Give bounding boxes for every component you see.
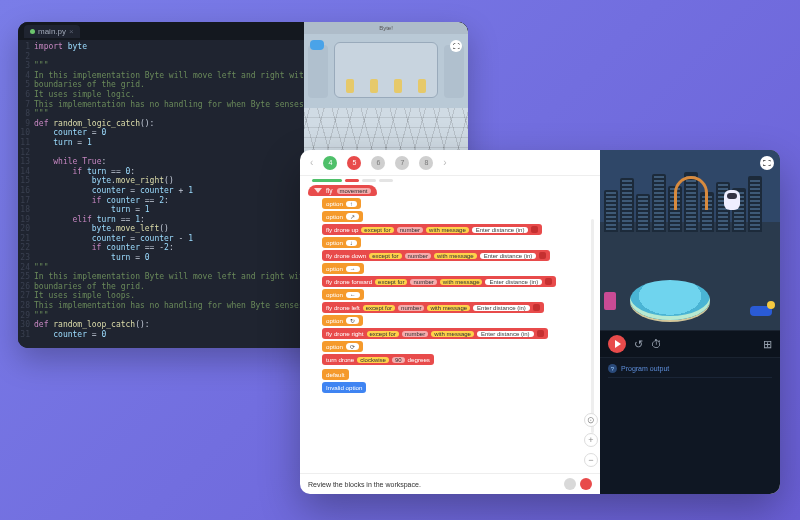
blocks-footer: Review the blocks in the workspace. [300,473,600,494]
code-block[interactable]: option↗ [322,211,363,222]
info-icon: ? [608,364,617,373]
code-block[interactable]: option↓ [322,237,361,248]
blocks-editor-card: ‹ 45678 › flymovementoption↑option↗fly d… [300,150,780,494]
hat-block[interactable]: flymovement [308,185,377,196]
play-button[interactable] [608,335,626,353]
code-block[interactable]: option⟳ [322,341,363,352]
code-block[interactable]: fly drone down except for number with me… [322,250,550,261]
grid-icon[interactable]: ⊞ [763,338,772,351]
close-icon[interactable]: × [69,27,74,36]
step-4[interactable]: 4 [323,156,337,170]
drone-character-icon [724,190,740,210]
footer-instruction: Review the blocks in the workspace. [308,481,421,488]
blocks-workspace[interactable]: flymovementoption↑option↗fly drone up ex… [300,179,600,473]
program-output-label: Program output [621,365,669,372]
footer-dot-grey[interactable] [564,478,576,490]
editor-tab-filename: main.py [38,27,66,36]
step-8[interactable]: 8 [419,156,433,170]
play-icon [615,340,621,348]
history-icon[interactable]: ⏱ [651,338,662,350]
zoom-center-icon[interactable]: ⊙ [584,413,598,427]
expand-icon[interactable]: ⛶ [760,156,774,170]
game-preview-scene [304,34,468,168]
line-number-gutter: 1234567891011121314151617181920212223242… [18,40,32,348]
step-next-icon[interactable]: › [443,157,446,168]
code-block[interactable]: option↻ [322,315,363,326]
run-controls: ↺ ⏱ ⊞ [600,330,780,358]
zoom-in-icon[interactable]: + [584,433,598,447]
step-indicators: 45678 [323,156,433,170]
tab-status-dot-icon [30,29,35,34]
game-scene: ⛶ [600,150,780,330]
step-navigation: ‹ 45678 › [300,150,600,176]
step-5[interactable]: 5 [347,156,361,170]
code-block[interactable]: fly drone forward except for number with… [322,276,556,287]
block-stack: flymovementoption↑option↗fly drone up ex… [308,185,592,393]
code-block[interactable]: default [322,369,349,380]
code-block[interactable]: fly drone left except for number with me… [322,302,544,313]
game-preview-header: Byte! [304,22,468,34]
workspace-zoom-controls: ⊙ + − [584,413,598,467]
editor-tab-main[interactable]: main.py × [24,25,80,38]
zoom-out-icon[interactable]: − [584,453,598,467]
step-6[interactable]: 6 [371,156,385,170]
footer-dot-red[interactable] [580,478,592,490]
step-7[interactable]: 7 [395,156,409,170]
program-output-panel: ? Program output [600,358,780,494]
code-block[interactable]: option↑ [322,198,361,209]
step-prev-icon[interactable]: ‹ [310,157,313,168]
code-block[interactable]: turn drone clockwise 90 degrees [322,354,434,365]
undo-icon[interactable]: ↺ [634,338,643,351]
blocks-left-pane: ‹ 45678 › flymovementoption↑option↗fly d… [300,150,600,494]
blocks-right-pane: ⛶ ↺ ⏱ ⊞ ? Program output [600,150,780,494]
code-block[interactable]: fly drone right except for number with m… [322,328,548,339]
editor-game-preview: Byte! ⛶ [304,22,468,168]
code-block[interactable]: option→ [322,263,364,274]
code-block[interactable]: fly drone up except for number with mess… [322,224,542,235]
expand-icon[interactable]: ⛶ [450,40,462,52]
code-block[interactable]: Invalid option [322,382,366,393]
game-preview-badge-icon [310,40,324,50]
code-block[interactable]: option← [322,289,364,300]
